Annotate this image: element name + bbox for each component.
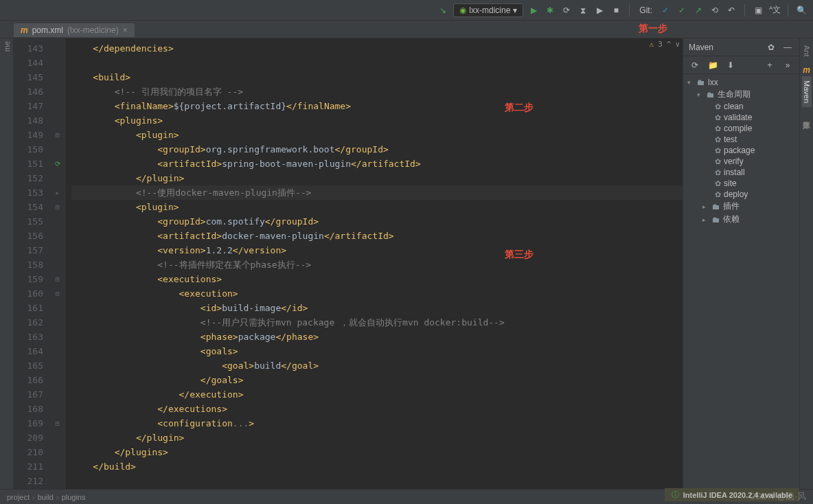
info-icon: ⓘ (672, 490, 679, 500)
gear-icon: ✿ (715, 168, 721, 177)
code-line[interactable]: <artifactId>docker-maven-plugin</artifac… (71, 229, 683, 243)
code-line[interactable]: <executions> (71, 272, 683, 286)
code-line[interactable]: <plugins> (71, 113, 683, 128)
maven-project-node[interactable]: ▾ 🖿 lxx (683, 77, 799, 88)
git-commit-icon[interactable]: ✓ (676, 4, 688, 16)
maven-title: Maven (689, 43, 713, 52)
git-label: Git: (639, 5, 652, 15)
code-line[interactable]: </goals> (71, 373, 683, 387)
maven-phase-install[interactable]: ✿install (683, 167, 799, 178)
coverage-icon[interactable]: ⟳ (560, 4, 573, 16)
code-editor[interactable]: ⚠ 3 ^∨ 143144145146147148149150151152153… (14, 38, 683, 489)
code-line[interactable]: <phase>package</phase> (71, 330, 683, 344)
sources-icon[interactable]: 📁 (707, 59, 719, 71)
translate-icon[interactable]: ᴬ文 (768, 4, 781, 16)
database-tab[interactable]: 数据库 (801, 111, 812, 119)
code-line[interactable]: <version>1.2.2</version> (71, 243, 683, 257)
code-line[interactable]: <configuration...> (71, 416, 683, 431)
maven-phase-deploy[interactable]: ✿deploy (683, 189, 799, 200)
gear-icon: ✿ (715, 190, 721, 199)
run-config-selector[interactable]: ◉ lxx-mdicine ▾ (453, 3, 523, 17)
gear-icon: ✿ (715, 113, 721, 122)
expander-icon: ▾ (687, 79, 694, 86)
folder-icon: 🖿 (712, 202, 720, 211)
code-line[interactable]: <build> (71, 70, 683, 84)
maven-phase-verify[interactable]: ✿verify (683, 156, 799, 167)
search-icon[interactable]: 🔍 (795, 4, 808, 16)
plugins-node[interactable]: ▸ 🖿 插件 (683, 200, 799, 213)
settings-icon[interactable]: ✿ (765, 41, 777, 54)
code-line[interactable] (71, 474, 683, 488)
code-line[interactable] (71, 56, 683, 70)
left-tool-strip: me (0, 38, 14, 489)
code-area[interactable]: </dependencies> <build> <!-- 引用我们的项目名字 -… (66, 38, 683, 489)
code-line[interactable]: <goals> (71, 344, 683, 358)
git-pull-icon[interactable]: ✓ (659, 4, 672, 16)
code-line[interactable]: <groupId>com.spotify</groupId> (71, 214, 683, 229)
code-line[interactable]: <plugin> (71, 128, 683, 142)
attach-icon[interactable]: ▶ (593, 4, 606, 16)
debug-icon[interactable]: ✱ (544, 4, 556, 16)
code-line[interactable]: <finalName>${project.artifactId}</finalN… (71, 99, 683, 113)
editor-tabs: m pom.xml (lxx-medicine) × (0, 21, 813, 38)
gear-icon: ✿ (715, 102, 721, 111)
code-line[interactable]: <!-- 引用我们的项目名字 --> (71, 84, 683, 99)
phase-label: deploy (724, 190, 748, 199)
hammer-icon[interactable]: ↘ (437, 4, 449, 16)
maven-phase-test[interactable]: ✿test (683, 134, 799, 145)
hide-icon[interactable]: — (781, 41, 794, 54)
revert-icon[interactable]: ↶ (725, 4, 737, 16)
maven-tab[interactable]: Maven (802, 76, 812, 107)
spring-icon: ◉ (459, 5, 466, 15)
structure-tab[interactable]: me (3, 41, 11, 51)
file-tab[interactable]: m pom.xml (lxx-medicine) × (14, 23, 135, 37)
maven-file-icon: m (21, 25, 28, 35)
editor-inspections[interactable]: ⚠ 3 ^∨ (650, 40, 680, 49)
code-line[interactable]: </dependencies> (71, 41, 683, 56)
code-line[interactable]: <artifactId>spring-boot-maven-plugin</ar… (71, 157, 683, 171)
code-line[interactable]: <id>build-image</id> (71, 301, 683, 315)
phase-label: package (724, 146, 755, 155)
reload-icon[interactable]: ⟳ (689, 59, 701, 71)
watermark: CSDN @隐·风 (749, 490, 806, 503)
code-line[interactable]: </build> (71, 459, 683, 474)
deps-label: 依赖 (723, 214, 740, 225)
code-line[interactable]: <!--用户只需执行mvn package ，就会自动执行mvn docker:… (71, 315, 683, 330)
code-line[interactable]: </execution> (71, 387, 683, 402)
profile-icon[interactable]: ⧗ (577, 4, 589, 16)
deps-node[interactable]: ▸ 🖿 依赖 (683, 213, 799, 226)
maven-phase-package[interactable]: ✿package (683, 145, 799, 156)
run-config-label: lxx-mdicine (469, 5, 510, 15)
phase-label: site (724, 179, 737, 188)
download-icon[interactable]: ⬇ (724, 59, 737, 71)
code-line[interactable]: <!--使用docker-maven-plugin插件--> (71, 185, 683, 200)
add-icon[interactable]: + (764, 59, 776, 71)
code-line[interactable]: <execution> (71, 286, 683, 301)
gear-icon: ✿ (715, 179, 721, 188)
stop-icon[interactable]: ■ (610, 4, 622, 16)
maven-phase-site[interactable]: ✿site (683, 178, 799, 189)
run-icon[interactable]: ▶ (527, 4, 540, 16)
code-line[interactable]: <groupId>org.springframework.boot</group… (71, 142, 683, 157)
code-line[interactable]: </plugins> (71, 445, 683, 459)
maven-phase-compile[interactable]: ✿compile (683, 123, 799, 134)
code-line[interactable]: <!--将插件绑定在某个phase执行--> (71, 257, 683, 272)
ide-icon[interactable]: ▣ (752, 4, 764, 16)
maven-phase-clean[interactable]: ✿clean (683, 101, 799, 112)
folder-icon: 🖿 (707, 90, 715, 100)
code-line[interactable]: <goal>build</goal> (71, 358, 683, 373)
code-line[interactable]: <plugin> (71, 200, 683, 214)
phase-label: clean (724, 102, 744, 111)
code-line[interactable]: </executions> (71, 402, 683, 416)
history-icon[interactable]: ⟲ (709, 4, 721, 16)
breadcrumb[interactable]: project›build›plugins (7, 493, 85, 501)
code-line[interactable]: </plugin> (71, 431, 683, 445)
more-icon[interactable]: » (781, 59, 794, 71)
close-tab-icon[interactable]: × (123, 25, 128, 35)
code-line[interactable]: </plugin> (71, 171, 683, 185)
ant-tab[interactable]: Ant (802, 41, 812, 61)
phase-label: compile (724, 124, 752, 133)
lifecycle-node[interactable]: ▾ 🖿 生命周期 (683, 88, 799, 101)
maven-phase-validate[interactable]: ✿validate (683, 112, 799, 123)
git-push-icon[interactable]: ↗ (692, 4, 705, 16)
